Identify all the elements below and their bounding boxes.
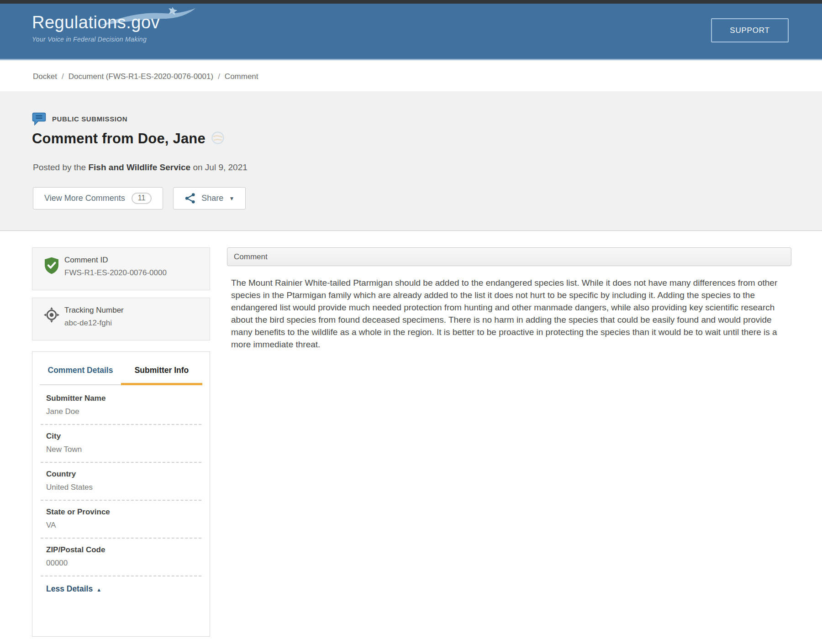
top-dark-strip: [0, 0, 822, 4]
comment-id-card: Comment ID FWS-R1-ES-2020-0076-0000: [32, 247, 210, 290]
logo-tagline: Your Voice in Federal Decision Making: [32, 36, 160, 43]
breadcrumb: Docket / Document (FWS-R1-ES-2020-0076-0…: [33, 68, 258, 86]
tab-comment-details[interactable]: Comment Details: [40, 366, 121, 385]
field-value: 00000: [46, 559, 196, 568]
page-title: Comment from Doe, Jane: [32, 131, 225, 148]
breadcrumb-comment: Comment: [225, 72, 258, 81]
field-submitter-name: Submitter Name Jane Doe: [41, 387, 201, 424]
tracking-target-icon: [43, 307, 64, 325]
details-panel: Comment Details Submitter Info Submitter…: [32, 351, 210, 637]
posted-prefix: Posted by the: [33, 162, 86, 172]
support-button[interactable]: SUPPORT: [711, 18, 789, 42]
page-title-text: Comment from Doe, Jane: [32, 131, 206, 147]
speech-bubble-icon: [32, 112, 46, 126]
faded-globe-icon: [211, 131, 225, 148]
details-tabs: Comment Details Submitter Info: [32, 366, 210, 385]
comment-body-text: The Mount Rainier White-tailed Ptarmigan…: [231, 277, 794, 351]
field-zip-postal-code: ZIP/Postal Code 00000: [41, 538, 201, 576]
field-label: ZIP/Postal Code: [46, 545, 196, 555]
breadcrumb-docket[interactable]: Docket: [33, 72, 57, 81]
tracking-number-value: abc-de12-fghi: [64, 319, 124, 328]
comment-header-label: Comment: [234, 252, 268, 262]
comment-id-label: Comment ID: [64, 256, 167, 265]
submission-hero-band: PUBLIC SUBMISSION Comment from Doe, Jane…: [0, 91, 822, 231]
verified-shield-icon: [43, 257, 64, 277]
less-details-link[interactable]: Less Details▲: [41, 576, 201, 602]
chevron-up-icon: ▲: [96, 587, 101, 592]
field-value: United States: [46, 483, 196, 492]
tracking-number-card: Tracking Number abc-de12-fghi: [32, 298, 210, 340]
public-submission-label: PUBLIC SUBMISSION: [52, 115, 127, 123]
submitter-fields: Submitter Name Jane Doe City New Town Co…: [32, 385, 210, 602]
field-value: Jane Doe: [46, 407, 196, 416]
breadcrumb-document[interactable]: Document (FWS-R1-ES-2020-0076-0001): [68, 72, 213, 81]
field-country: Country United States: [41, 462, 201, 500]
share-button[interactable]: Share ▼: [173, 187, 246, 209]
comment-section-header: Comment: [227, 247, 791, 266]
logo-title: Regulations.gov: [32, 13, 160, 32]
field-value: VA: [46, 521, 196, 530]
site-header: Regulations.gov Your Voice in Federal De…: [0, 4, 822, 60]
field-state-or-province: State or Province VA: [41, 500, 201, 538]
field-city: City New Town: [41, 424, 201, 462]
action-buttons-row: View More Comments 11 Share ▼: [33, 187, 246, 209]
field-label: City: [46, 432, 196, 441]
chevron-down-icon: ▼: [229, 195, 234, 202]
comments-count-badge: 11: [132, 193, 152, 204]
field-label: Submitter Name: [46, 394, 196, 403]
field-label: State or Province: [46, 508, 196, 517]
tracking-number-text: Tracking Number abc-de12-fghi: [64, 306, 124, 328]
public-submission-badge: PUBLIC SUBMISSION: [32, 112, 127, 126]
comment-id-text: Comment ID FWS-R1-ES-2020-0076-0000: [64, 256, 167, 277]
breadcrumb-separator: /: [62, 72, 64, 81]
share-icon: [184, 193, 196, 204]
tracking-number-label: Tracking Number: [64, 306, 124, 315]
page: Regulations.gov Your Voice in Federal De…: [0, 0, 822, 644]
field-value: New Town: [46, 445, 196, 454]
less-details-label: Less Details: [46, 584, 93, 593]
tab-submitter-info[interactable]: Submitter Info: [121, 366, 202, 385]
view-more-comments-label: View More Comments: [44, 194, 125, 203]
breadcrumb-separator: /: [218, 72, 220, 81]
site-logo[interactable]: Regulations.gov Your Voice in Federal De…: [32, 13, 160, 43]
view-more-comments-button[interactable]: View More Comments 11: [33, 187, 163, 209]
share-label: Share: [201, 194, 223, 203]
posted-agency: Fish and Wildlife Service: [88, 162, 190, 172]
posted-suffix: on Jul 9, 2021: [193, 162, 247, 172]
comment-id-value: FWS-R1-ES-2020-0076-0000: [64, 268, 167, 277]
posted-by-line: Posted by the Fish and Wildlife Service …: [33, 162, 248, 173]
field-label: Country: [46, 470, 196, 479]
